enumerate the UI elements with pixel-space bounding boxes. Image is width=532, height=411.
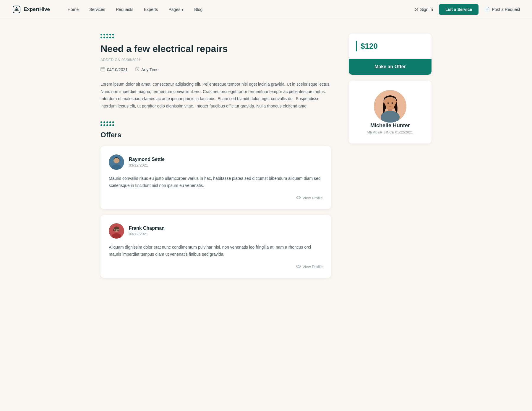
offer-name-1: Raymond Settle	[129, 157, 323, 162]
svg-point-12	[114, 158, 119, 163]
offer-footer-2: View Profile	[109, 264, 323, 270]
offers-section: Offers Raymond	[100, 121, 331, 278]
date-value: 04/10/2021	[107, 67, 128, 72]
dot	[112, 124, 114, 126]
dot	[109, 124, 111, 126]
price-value: $120	[361, 42, 378, 51]
offer-info-2: Frank Chapman 03/12/2021	[129, 226, 323, 236]
poster-card: Michelle Hunter MEMBER SINCE 01/22/2021	[349, 81, 432, 143]
svg-point-28	[387, 102, 389, 104]
navbar: ExpertHive Home Services Requests Expert…	[0, 0, 532, 19]
list-service-button[interactable]: List a Service	[439, 4, 479, 15]
meta-row: 04/10/2021 Any Time	[100, 67, 331, 72]
nav-home[interactable]: Home	[68, 7, 79, 12]
brand-logo[interactable]: ExpertHive	[12, 5, 50, 14]
offer-info-1: Raymond Settle 03/12/2021	[129, 157, 323, 167]
svg-rect-2	[101, 67, 105, 71]
eye-icon-2	[296, 264, 301, 270]
sign-in-button[interactable]: ⊙ Sign In	[414, 6, 433, 12]
dot	[109, 121, 111, 123]
svg-point-13	[296, 196, 301, 199]
offer-date-1: 03/12/2021	[129, 163, 323, 167]
user-icon: ⊙	[414, 6, 418, 12]
offer-avatar-2	[109, 223, 124, 239]
svg-point-1	[16, 9, 17, 10]
listing-title: Need a few electrical repairs	[100, 43, 331, 54]
dot	[103, 34, 105, 35]
chevron-down-icon: ▾	[181, 7, 184, 12]
dot	[109, 37, 111, 38]
offer-header-2: Frank Chapman 03/12/2021	[109, 223, 323, 239]
dot	[106, 37, 108, 38]
nav-services[interactable]: Services	[89, 7, 105, 12]
time-value: Any Time	[141, 67, 158, 72]
nav-links: Home Services Requests Experts Pages ▾ B…	[68, 7, 415, 12]
clock-icon	[135, 67, 140, 72]
offer-avatar-1	[109, 154, 124, 170]
offer-date-2: 03/12/2021	[129, 232, 323, 236]
nav-actions: ⊙ Sign In List a Service 📄 Post a Reques…	[414, 4, 520, 15]
dot-grid-offers	[100, 121, 331, 126]
svg-point-22	[298, 265, 299, 267]
view-profile-button-2[interactable]: View Profile	[296, 264, 323, 270]
dot	[103, 124, 105, 126]
dot	[100, 121, 102, 123]
right-column: $120 Make an Offer	[349, 34, 432, 143]
document-icon: 📄	[484, 7, 490, 12]
price-display: $120	[349, 34, 432, 59]
offer-header: Raymond Settle 03/12/2021	[109, 154, 323, 170]
make-offer-button[interactable]: Make an Offer	[349, 59, 432, 75]
offer-footer-1: View Profile	[109, 195, 323, 201]
dot	[100, 124, 102, 126]
dot	[112, 121, 114, 123]
dot	[106, 121, 108, 123]
poster-avatar	[374, 90, 406, 123]
svg-point-29	[392, 102, 393, 104]
offer-text-1: Mauris convallis risus eu justo ullamcor…	[109, 175, 323, 189]
nav-pages[interactable]: Pages ▾	[169, 7, 184, 12]
price-bar-accent	[356, 41, 357, 51]
meta-date: 04/10/2021	[100, 67, 128, 72]
calendar-icon	[100, 67, 105, 72]
dot	[103, 37, 105, 38]
offers-title: Offers	[100, 131, 331, 139]
price-card: $120 Make an Offer	[349, 34, 432, 75]
main-container: Need a few electrical repairs ADDED ON 0…	[89, 19, 443, 299]
dot	[112, 37, 114, 38]
dot	[100, 34, 102, 35]
svg-point-14	[298, 197, 299, 198]
brand-name: ExpertHive	[24, 6, 50, 12]
nav-blog[interactable]: Blog	[194, 7, 202, 12]
dot	[106, 124, 108, 126]
dot	[100, 37, 102, 38]
svg-point-21	[296, 265, 301, 268]
nav-requests[interactable]: Requests	[116, 7, 133, 12]
poster-member-since: MEMBER SINCE 01/22/2021	[367, 131, 413, 134]
eye-icon	[296, 195, 301, 201]
dot	[106, 34, 108, 35]
meta-time: Any Time	[135, 67, 158, 72]
dot	[109, 34, 111, 35]
offer-card: Raymond Settle 03/12/2021 Mauris convall…	[100, 146, 331, 209]
offer-card-2: Frank Chapman 03/12/2021 Aliquam digniss…	[100, 215, 331, 278]
logo-icon	[12, 5, 21, 14]
nav-experts[interactable]: Experts	[144, 7, 158, 12]
post-request-button[interactable]: 📄 Post a Request	[484, 7, 520, 12]
svg-line-8	[137, 69, 138, 70]
offer-name-2: Frank Chapman	[129, 226, 323, 231]
offer-text-2: Aliquam dignissim dolor erat nunc condim…	[109, 244, 323, 258]
left-column: Need a few electrical repairs ADDED ON 0…	[100, 34, 331, 284]
dot	[112, 34, 114, 35]
listing-description: Lorem ipsum dolor sit amet, consectetur …	[100, 81, 331, 110]
view-profile-button-1[interactable]: View Profile	[296, 195, 323, 201]
dot-grid-top	[100, 34, 331, 38]
dot	[103, 121, 105, 123]
poster-name: Michelle Hunter	[370, 123, 410, 129]
added-on-label: ADDED ON 03/08/2021	[100, 58, 331, 62]
